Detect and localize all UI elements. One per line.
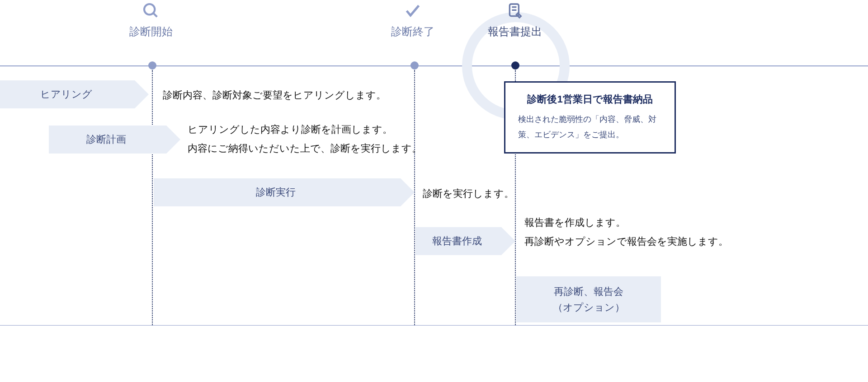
milestone-end-label: 診断終了 (391, 24, 434, 39)
milestone-start: 診断開始 (129, 0, 173, 39)
milestone-report-dot (511, 61, 519, 70)
callout-body: 検出された脆弱性の「内容、脅威、対策、エビデンス」をご提出。 (518, 112, 662, 142)
step-plan-desc: ヒアリングした内容より診断を計画します。 内容にご納得いただいた上で、診断を実行… (188, 120, 422, 158)
milestone-end-dot (410, 61, 419, 70)
step-hearing-desc: 診断内容、診断対象ご要望をヒアリングします。 (163, 86, 386, 105)
step-plan-label: 診断計画 (86, 133, 126, 146)
option-line2: （オプション） (516, 299, 661, 315)
svg-point-0 (144, 4, 155, 14)
step-hearing: ヒアリング (0, 80, 135, 108)
step-exec-desc: 診断を実行します。 (423, 184, 514, 203)
callout-title: 診断後1営業日で報告書納品 (518, 93, 662, 106)
milestone-report-label: 報告書提出 (488, 24, 542, 39)
vline-start (152, 70, 153, 325)
step-exec-label: 診断実行 (256, 186, 296, 199)
svg-line-1 (153, 13, 157, 17)
timeline-line (0, 65, 868, 66)
search-icon (140, 0, 162, 22)
timeline-bottom-line (0, 325, 868, 326)
step-hearing-label: ヒアリング (40, 88, 92, 101)
step-write-desc: 報告書を作成します。 再診断やオプションで報告会を実施します。 (524, 213, 728, 251)
milestone-start-dot (148, 61, 156, 70)
option-line1: 再診断、報告会 (516, 284, 661, 299)
milestone-end: 診断終了 (391, 0, 434, 39)
document-icon (504, 0, 526, 22)
callout-report-delivery: 診断後1営業日で報告書納品 検出された脆弱性の「内容、脅威、対策、エビデンス」を… (504, 81, 676, 154)
step-write: 報告書作成 (415, 227, 501, 255)
step-write-label: 報告書作成 (432, 234, 482, 248)
milestone-start-label: 診断開始 (129, 24, 173, 39)
step-plan: 診断計画 (49, 126, 166, 154)
option-box: 再診断、報告会 （オプション） (516, 276, 661, 322)
milestone-report: 報告書提出 (488, 0, 542, 39)
check-icon (402, 0, 424, 22)
step-exec: 診断実行 (154, 178, 401, 206)
